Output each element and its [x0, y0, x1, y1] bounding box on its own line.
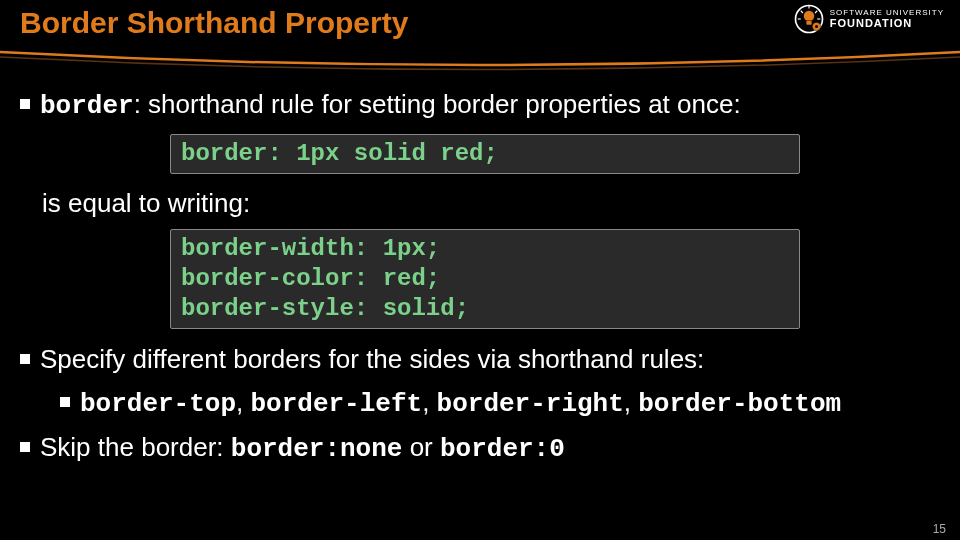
logo-line2: FOUNDATION	[830, 18, 944, 29]
code-line: border-width: 1px;	[181, 234, 789, 264]
svg-line-4	[815, 11, 817, 13]
bullet-marker-icon	[20, 354, 30, 364]
logo-text: SOFTWARE UNIVERSITY FOUNDATION	[830, 9, 944, 29]
code-block-2: border-width: 1px; border-color: red; bo…	[170, 229, 800, 329]
code-line: border-color: red;	[181, 264, 789, 294]
bullet-marker-icon	[20, 99, 30, 109]
code-block-1: border: 1px solid red;	[170, 134, 800, 174]
svg-point-8	[815, 25, 818, 28]
bullet-2-text: Specify different borders for the sides …	[40, 344, 704, 374]
svg-line-3	[800, 11, 802, 13]
bullet-1: border: shorthand rule for setting borde…	[20, 88, 940, 124]
lightbulb-gear-icon	[794, 4, 824, 34]
code-token: border-right	[437, 389, 624, 419]
content: border: shorthand rule for setting borde…	[20, 88, 940, 472]
divider-arc	[0, 48, 960, 72]
bullet-2: Specify different borders for the sides …	[20, 343, 940, 377]
bullet-1-text: : shorthand rule for setting border prop…	[134, 89, 741, 119]
bullet-3-pre: Skip the border:	[40, 432, 231, 462]
code-token: border:0	[440, 434, 565, 464]
bullet-marker-icon	[20, 442, 30, 452]
bullet-3-mid: or	[402, 432, 440, 462]
logo: SOFTWARE UNIVERSITY FOUNDATION	[794, 4, 944, 34]
code-token: border-left	[250, 389, 422, 419]
bullet-1-code: border	[40, 91, 134, 121]
bullet-2-sub: border-top, border-left, border-right, b…	[60, 387, 940, 419]
bullet-3: Skip the border: border:none or border:0	[20, 431, 940, 467]
code-line: border: 1px solid red;	[181, 139, 789, 169]
bullet-marker-icon	[60, 397, 70, 407]
code-token: border-top	[80, 389, 236, 419]
code-token: border-bottom	[638, 389, 841, 419]
slide: Border Shorthand Property SOFTWARE UNIVE…	[0, 0, 960, 540]
slide-title: Border Shorthand Property	[20, 6, 408, 40]
code-line: border-style: solid;	[181, 294, 789, 324]
svg-rect-1	[806, 21, 811, 25]
page-number: 15	[933, 522, 946, 536]
code-token: border:none	[231, 434, 403, 464]
logo-line1: SOFTWARE UNIVERSITY	[830, 9, 944, 17]
equal-text: is equal to writing:	[42, 188, 940, 219]
